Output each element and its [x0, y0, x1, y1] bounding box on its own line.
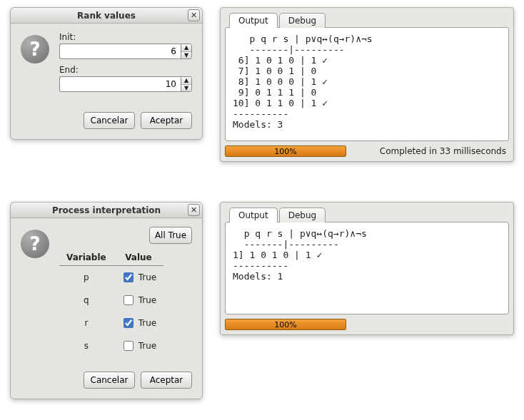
var-name: q: [59, 289, 114, 312]
var-value-cell: True: [114, 289, 164, 312]
col-variable: Variable: [59, 250, 114, 266]
output-text: p q r s | p∨q↔(q→r)∧¬s -------|---------…: [225, 27, 509, 141]
var-checkbox-label: True: [138, 295, 157, 305]
process-interpretation-dialog: Process interpretation ✕ ? All True Vari…: [10, 202, 203, 399]
tabstrip: Output Debug: [229, 12, 509, 27]
end-label: End:: [59, 65, 192, 75]
var-checkbox-s[interactable]: [124, 341, 133, 351]
pi-title: Process interpretation: [52, 205, 161, 215]
question-icon: ?: [21, 35, 49, 63]
table-row: qTrue: [59, 289, 163, 312]
tab-debug[interactable]: Debug: [279, 208, 326, 222]
rank-values-titlebar[interactable]: Rank values ✕: [11, 8, 202, 24]
close-icon[interactable]: ✕: [188, 204, 200, 216]
var-checkbox-p[interactable]: [124, 272, 133, 282]
pi-titlebar[interactable]: Process interpretation ✕: [11, 203, 202, 218]
tab-output[interactable]: Output: [229, 13, 278, 28]
close-icon[interactable]: ✕: [188, 9, 200, 21]
tab-debug[interactable]: Debug: [279, 13, 326, 28]
all-true-button[interactable]: All True: [149, 227, 192, 244]
end-spin-down[interactable]: ▼: [181, 85, 191, 92]
end-input[interactable]: [59, 76, 181, 92]
init-spinner: ▲ ▼: [59, 43, 192, 59]
var-checkbox-label: True: [138, 341, 157, 351]
var-checkbox-q[interactable]: [124, 295, 133, 305]
cancel-button[interactable]: Cancelar: [84, 372, 135, 389]
status-text: Completed in 33 milliseconds: [380, 146, 509, 156]
table-row: pTrue: [59, 266, 163, 290]
var-checkbox-label: True: [138, 318, 157, 328]
table-row: rTrue: [59, 312, 163, 334]
output-text: p q r s | p∨q↔(q→r)∧¬s -------|---------…: [225, 222, 509, 314]
question-icon: ?: [21, 230, 49, 258]
progress-bar: 100%: [225, 319, 346, 330]
output-panel-1: Output Debug p q r s | p∨q↔(q→r)∧¬s ----…: [220, 7, 514, 162]
init-label: Init:: [59, 32, 192, 42]
end-spinner: ▲ ▼: [59, 76, 192, 92]
accept-button[interactable]: Aceptar: [141, 112, 192, 129]
rank-values-dialog: Rank values ✕ ? Init: ▲ ▼ End: ▲ ▼: [10, 7, 203, 140]
table-row: sTrue: [59, 334, 163, 357]
tab-output[interactable]: Output: [229, 208, 278, 222]
init-spin-down[interactable]: ▼: [181, 52, 191, 59]
var-value-cell: True: [114, 266, 164, 290]
output-panel-2: Output Debug p q r s | p∨q↔(q→r)∧¬s ----…: [220, 202, 514, 335]
var-checkbox-label: True: [138, 272, 157, 282]
var-name: s: [59, 334, 114, 357]
end-spin-up[interactable]: ▲: [181, 77, 191, 85]
progress-percent: 100%: [226, 146, 346, 156]
var-value-cell: True: [114, 312, 164, 334]
accept-button[interactable]: Aceptar: [141, 372, 192, 389]
init-input[interactable]: [59, 43, 181, 59]
var-name: r: [59, 312, 114, 334]
var-checkbox-r[interactable]: [124, 318, 133, 328]
pi-table: Variable Value pTrueqTruerTruesTrue: [59, 250, 163, 357]
init-spin-up[interactable]: ▲: [181, 44, 191, 52]
var-name: p: [59, 266, 114, 290]
rank-values-title: Rank values: [77, 11, 136, 21]
progress-bar: 100%: [225, 145, 346, 157]
var-value-cell: True: [114, 334, 164, 357]
col-value: Value: [114, 250, 164, 266]
tabstrip: Output Debug: [229, 207, 509, 222]
progress-percent: 100%: [226, 319, 346, 329]
cancel-button[interactable]: Cancelar: [84, 112, 135, 129]
